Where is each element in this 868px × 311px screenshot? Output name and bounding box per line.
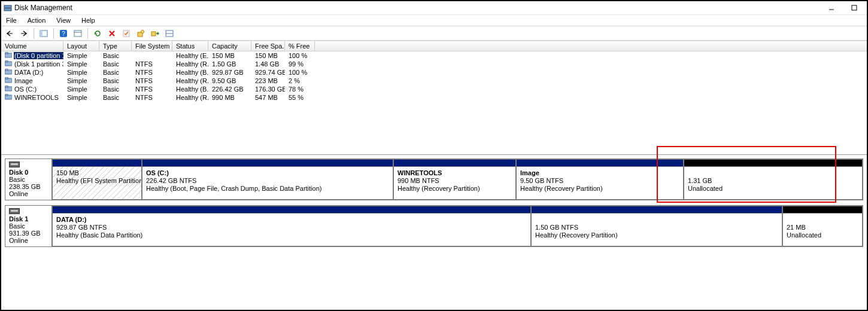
app-icon <box>4 4 12 12</box>
part-status: Healthy (Basic Data Partition) <box>56 231 142 239</box>
svg-rect-27 <box>5 77 8 79</box>
partition-bar <box>142 160 393 167</box>
menu-help[interactable]: Help <box>80 16 96 25</box>
toolbar: ? <box>1 26 867 41</box>
svg-rect-21 <box>5 52 8 54</box>
volume-pct: 100 % <box>285 69 315 76</box>
forward-icon[interactable] <box>18 28 30 39</box>
part-title: DATA (D:) <box>56 216 87 223</box>
part-title: WINRETOOLS <box>397 169 442 176</box>
volume-layout: Simple <box>63 86 99 93</box>
volume-layout: Simple <box>63 94 99 101</box>
partition-os-c[interactable]: OS (C:) 226.42 GB NTFS Healthy (Boot, Pa… <box>142 159 393 200</box>
partition-data-d[interactable]: DATA (D:) 929.87 GB NTFS Healthy (Basic … <box>52 206 531 246</box>
col-layout[interactable]: Layout <box>63 41 99 51</box>
volume-status: Healthy (R... <box>172 94 208 101</box>
volume-row[interactable]: WINRETOOLSSimpleBasicNTFSHealthy (R...99… <box>1 93 867 102</box>
svg-rect-31 <box>5 94 8 96</box>
volume-layout: Simple <box>63 52 99 59</box>
volume-name: WINRETOOLS <box>1 94 63 101</box>
part-size: 1.31 GB <box>688 177 712 184</box>
disk-label-1[interactable]: Disk 1 Basic 931.39 GB Online <box>5 206 52 246</box>
volume-pct: 100 % <box>285 52 315 59</box>
volume-icon <box>5 86 12 92</box>
col-status[interactable]: Status <box>172 41 208 51</box>
part-size: 21 MB <box>787 224 806 231</box>
extend-icon[interactable] <box>149 28 161 39</box>
volume-status: Healthy (E... <box>172 52 208 59</box>
disk-label-0[interactable]: Disk 0 Basic 238.35 GB Online <box>5 159 52 200</box>
col-type[interactable]: Type <box>99 41 132 51</box>
partition-image[interactable]: Image 9.50 GB NTFS Healthy (Recovery Par… <box>516 159 684 200</box>
svg-text:?: ? <box>62 31 65 37</box>
toolbar-sep <box>53 28 54 39</box>
part-size: 990 MB NTFS <box>397 177 439 184</box>
refresh-icon[interactable] <box>92 28 104 39</box>
delete-icon[interactable] <box>106 28 118 39</box>
svg-rect-10 <box>74 31 81 36</box>
disk-size: 238.35 GB <box>9 183 48 190</box>
svg-rect-23 <box>5 60 8 62</box>
titlebar: Disk Management <box>1 1 867 14</box>
help-icon[interactable]: ? <box>57 28 69 39</box>
new-volume-icon[interactable] <box>135 28 147 39</box>
layout-icon[interactable] <box>163 28 175 39</box>
partition-efi[interactable]: 150 MB Healthy (EFI System Partition) <box>52 159 142 200</box>
disk-state: Online <box>9 190 48 197</box>
volume-fs: NTFS <box>132 86 172 93</box>
partition-bar <box>517 160 683 167</box>
part-size: 1.50 GB NTFS <box>535 224 578 231</box>
volume-fs: NTFS <box>132 60 172 68</box>
part-status: Healthy (Recovery Partition) <box>520 185 603 192</box>
partition-unallocated[interactable]: 1.31 GB Unallocated <box>684 159 863 200</box>
check-icon[interactable] <box>120 28 132 39</box>
col-pctfree[interactable]: % Free <box>285 41 315 51</box>
col-capacity[interactable]: Capacity <box>208 41 251 51</box>
disk-size: 931.39 GB <box>9 230 48 237</box>
back-icon[interactable] <box>4 28 16 39</box>
partition-winretools[interactable]: WINRETOOLS 990 MB NTFS Healthy (Recovery… <box>393 159 516 200</box>
minimize-button[interactable] <box>825 2 838 13</box>
maximize-button[interactable] <box>848 2 861 13</box>
volume-pct: 2 % <box>285 77 315 84</box>
disk-header: Disk 1 <box>9 215 48 222</box>
partition-unallocated-d1[interactable]: 21 MB Unallocated <box>782 206 863 246</box>
col-freespace[interactable]: Free Spa... <box>251 41 285 51</box>
partition-bar <box>783 206 862 214</box>
menu-action[interactable]: Action <box>26 16 47 25</box>
volume-capacity: 226.42 GB <box>208 86 251 93</box>
disk-type: Basic <box>9 176 48 183</box>
part-size: 929.87 GB NTFS <box>56 224 107 231</box>
partition-bar <box>53 206 530 214</box>
volume-row[interactable]: ImageSimpleBasicNTFSHealthy (R...9.50 GB… <box>1 77 867 85</box>
volume-capacity: 1.50 GB <box>208 60 251 68</box>
col-volume[interactable]: Volume <box>1 41 63 51</box>
volume-capacity: 990 MB <box>208 94 251 101</box>
volume-row[interactable]: OS (C:)SimpleBasicNTFSHealthy (B...226.4… <box>1 85 867 93</box>
volume-row[interactable]: (Disk 1 partition 3)SimpleBasicNTFSHealt… <box>1 60 867 68</box>
disk-icon <box>9 208 20 214</box>
volume-icon <box>5 60 12 66</box>
properties-icon[interactable] <box>72 28 84 39</box>
svg-rect-1 <box>4 8 11 11</box>
show-hide-icon[interactable] <box>38 28 50 39</box>
menu-view[interactable]: View <box>55 16 72 25</box>
disk-header: Disk 0 <box>9 169 48 176</box>
toolbar-sep <box>34 28 34 39</box>
partition-recovery-d1[interactable]: 1.50 GB NTFS Healthy (Recovery Partition… <box>531 206 782 246</box>
volume-type: Basic <box>99 52 132 59</box>
volume-icon <box>5 52 12 58</box>
part-status: Healthy (Recovery Partition) <box>397 185 480 192</box>
partition-bar <box>394 160 515 167</box>
part-status: Healthy (EFI System Partition) <box>56 177 141 184</box>
volume-row[interactable]: DATA (D:)SimpleBasicNTFSHealthy (B...929… <box>1 68 867 77</box>
disk-row-0: Disk 0 Basic 238.35 GB Online 150 MB Hea… <box>5 158 863 200</box>
volume-status: Healthy (R... <box>172 60 208 68</box>
volume-status: Healthy (B... <box>172 86 208 93</box>
col-filesystem[interactable]: File System <box>132 41 172 51</box>
menu-file[interactable]: File <box>5 16 18 25</box>
volume-row[interactable]: (Disk 0 partition 1)SimpleBasicHealthy (… <box>1 51 867 60</box>
svg-rect-7 <box>40 31 43 36</box>
volume-free: 150 MB <box>251 52 285 59</box>
volume-fs: NTFS <box>132 77 172 84</box>
